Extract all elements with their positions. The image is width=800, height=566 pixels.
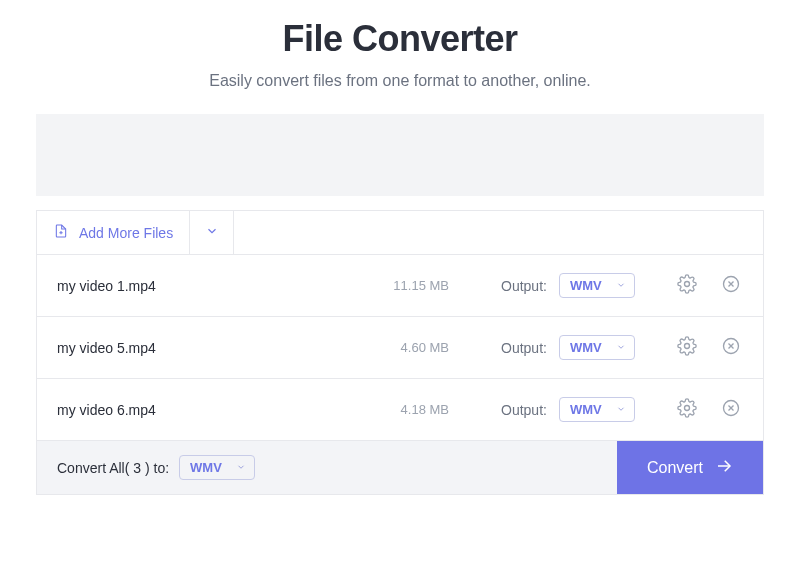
add-more-files-button[interactable]: Add More Files bbox=[37, 211, 190, 254]
remove-file-button[interactable] bbox=[719, 274, 743, 298]
page-subtitle: Easily convert files from one format to … bbox=[0, 72, 800, 90]
output-format-select[interactable]: WMV bbox=[559, 397, 635, 422]
format-value: WMV bbox=[570, 278, 602, 293]
file-row: my video 5.mp4 4.60 MB Output: WMV bbox=[37, 316, 763, 378]
remove-file-button[interactable] bbox=[719, 336, 743, 360]
chevron-down-icon bbox=[616, 340, 626, 355]
file-name: my video 1.mp4 bbox=[57, 278, 357, 294]
page-title: File Converter bbox=[0, 18, 800, 60]
gear-icon bbox=[677, 398, 697, 422]
chevron-down-icon bbox=[616, 278, 626, 293]
format-value: WMV bbox=[190, 460, 222, 475]
arrow-right-icon bbox=[715, 457, 733, 479]
file-size: 4.18 MB bbox=[369, 402, 449, 417]
add-more-files-label: Add More Files bbox=[79, 225, 173, 241]
file-size: 4.60 MB bbox=[369, 340, 449, 355]
svg-point-4 bbox=[685, 405, 690, 410]
svg-point-2 bbox=[685, 343, 690, 348]
output-format-select[interactable]: WMV bbox=[559, 335, 635, 360]
format-value: WMV bbox=[570, 402, 602, 417]
convert-button-label: Convert bbox=[647, 459, 703, 477]
toolbar: Add More Files bbox=[37, 210, 763, 254]
close-circle-icon bbox=[721, 398, 741, 422]
close-circle-icon bbox=[721, 336, 741, 360]
settings-button[interactable] bbox=[675, 336, 699, 360]
ad-placeholder bbox=[36, 114, 764, 196]
convert-all-format-select[interactable]: WMV bbox=[179, 455, 255, 480]
file-row: my video 6.mp4 4.18 MB Output: WMV bbox=[37, 378, 763, 440]
format-value: WMV bbox=[570, 340, 602, 355]
file-row: my video 1.mp4 11.15 MB Output: WMV bbox=[37, 254, 763, 316]
converter-panel: Add More Files my video 1.mp4 11.15 MB O… bbox=[36, 210, 764, 495]
file-name: my video 6.mp4 bbox=[57, 402, 357, 418]
convert-all-label: Convert All( 3 ) to: bbox=[57, 460, 169, 476]
file-name: my video 5.mp4 bbox=[57, 340, 357, 356]
output-label: Output: bbox=[501, 340, 547, 356]
close-circle-icon bbox=[721, 274, 741, 298]
gear-icon bbox=[677, 274, 697, 298]
output-format-select[interactable]: WMV bbox=[559, 273, 635, 298]
chevron-down-icon bbox=[616, 402, 626, 417]
settings-button[interactable] bbox=[675, 398, 699, 422]
chevron-down-icon bbox=[205, 224, 219, 242]
footer-bar: Convert All( 3 ) to: WMV Convert bbox=[37, 440, 763, 494]
add-files-dropdown-toggle[interactable] bbox=[190, 211, 234, 254]
file-size: 11.15 MB bbox=[369, 278, 449, 293]
convert-button[interactable]: Convert bbox=[617, 441, 763, 494]
output-label: Output: bbox=[501, 278, 547, 294]
gear-icon bbox=[677, 336, 697, 360]
file-plus-icon bbox=[53, 223, 69, 242]
chevron-down-icon bbox=[236, 460, 246, 475]
svg-point-0 bbox=[685, 281, 690, 286]
remove-file-button[interactable] bbox=[719, 398, 743, 422]
output-label: Output: bbox=[501, 402, 547, 418]
settings-button[interactable] bbox=[675, 274, 699, 298]
